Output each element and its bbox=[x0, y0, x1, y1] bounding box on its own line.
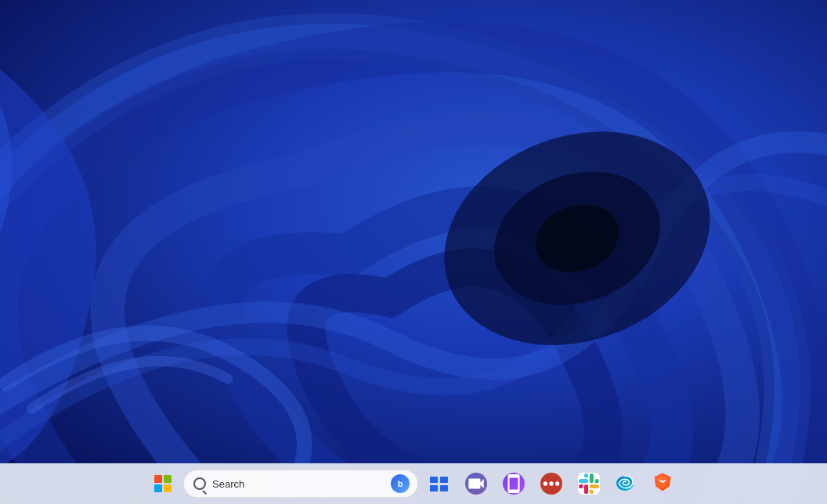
task-view-button[interactable] bbox=[421, 466, 456, 501]
start-button[interactable] bbox=[146, 466, 180, 501]
bing-copilot-icon: b bbox=[391, 474, 410, 493]
slack-icon bbox=[578, 473, 600, 495]
phone-link-button[interactable] bbox=[497, 466, 531, 501]
taskbar-center: Search b bbox=[146, 466, 681, 501]
teams-button[interactable] bbox=[459, 466, 493, 501]
svg-point-6 bbox=[555, 481, 559, 485]
svg-point-4 bbox=[544, 481, 547, 485]
brave-button[interactable] bbox=[647, 466, 681, 501]
brave-icon bbox=[652, 472, 676, 495]
taskbar: Search b bbox=[0, 463, 827, 504]
drawboard-button[interactable] bbox=[534, 466, 569, 501]
svg-point-5 bbox=[549, 481, 553, 485]
search-bar[interactable]: Search b bbox=[183, 470, 418, 498]
phone-link-icon bbox=[503, 473, 525, 495]
search-label: Search bbox=[212, 478, 385, 490]
svg-point-10 bbox=[661, 480, 663, 482]
desktop: Search b bbox=[0, 0, 827, 504]
slack-button[interactable] bbox=[572, 466, 606, 501]
windows-logo-icon bbox=[154, 475, 172, 492]
edge-icon bbox=[615, 472, 638, 495]
search-icon bbox=[193, 477, 206, 490]
teams-icon bbox=[465, 473, 487, 495]
drawboard-icon bbox=[540, 473, 562, 495]
wallpaper bbox=[0, 0, 827, 504]
task-view-icon bbox=[430, 477, 448, 491]
edge-button[interactable] bbox=[609, 466, 644, 501]
